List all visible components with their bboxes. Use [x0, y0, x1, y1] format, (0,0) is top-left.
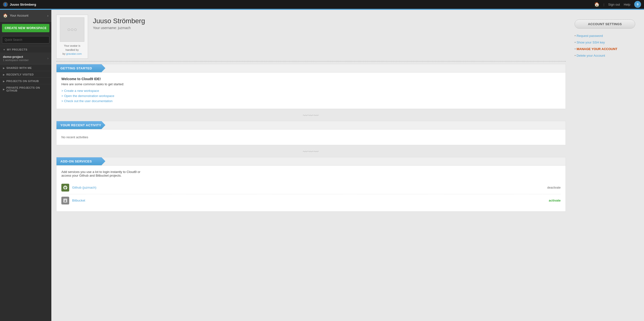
profile-header: ○○○ Your avatar is handled by by gravata…	[56, 15, 566, 59]
sidebar: 🏠 Your Account › CREATE NEW WORKSPACE ▼ …	[0, 10, 51, 321]
addon-header-wrap: ADD-ON SERVICES	[56, 157, 566, 166]
content-area: ○○○ Your avatar is handled by by gravata…	[51, 10, 644, 321]
sidebar-section-recent[interactable]: ▶ RECENTLY VISITED	[0, 71, 51, 77]
search-wrap	[0, 35, 51, 46]
profile-username: Your username: juzmach	[93, 26, 145, 30]
create-btn-wrap: CREATE NEW WORKSPACE	[0, 21, 51, 35]
github-service-name[interactable]: Github (juzmach)	[72, 186, 544, 189]
sidebar-section-github[interactable]: ▶ PROJECTS ON GITHUB	[0, 77, 51, 84]
user-icon: 👤	[3, 2, 8, 7]
layout: 🏠 Your Account › CREATE NEW WORKSPACE ▼ …	[0, 10, 644, 321]
addon-header: ADD-ON SERVICES	[56, 157, 106, 165]
bitbucket-icon	[61, 197, 69, 205]
help-link[interactable]: Help	[624, 3, 630, 6]
manage-account-link[interactable]: MANAGE YOUR ACCOUNT	[576, 47, 617, 51]
profile-info: Juuso Strömberg Your username: juzmach	[93, 15, 145, 30]
gravatar-text: by	[62, 52, 66, 55]
bitbucket-activate[interactable]: activate	[549, 199, 561, 202]
search-input[interactable]	[2, 36, 50, 43]
wavy-sep-2: 〰〰〰	[56, 149, 566, 155]
github-arrow: ▶	[3, 80, 5, 83]
private-github-label: PRIVATE PROJECTS ON GITHUB	[6, 86, 48, 92]
getting-started-card: GETTING STARTED Welcome to Cloud9 IDE! H…	[56, 64, 566, 109]
topbar-username: Juuso Strömberg	[10, 3, 36, 6]
wavy-sep-1: 〰〰〰	[56, 113, 566, 118]
your-account-label: 🏠 Your Account	[3, 13, 28, 18]
shared-arrow: ▶	[3, 67, 5, 69]
cloud-badge[interactable]: 9	[634, 1, 641, 8]
profile-name: Juuso Strömberg	[93, 17, 145, 25]
no-activity-text: No recent activities	[61, 134, 561, 140]
avatar-placeholder: ○○○	[60, 17, 84, 42]
sidebar-section-shared[interactable]: ▶ SHARED WITH ME	[0, 64, 51, 71]
gs-link-demo-workspace[interactable]: Open the demonstration workspace	[61, 94, 561, 98]
ssh-key-link[interactable]: Show your SSH key	[576, 40, 605, 44]
sidebar-your-account[interactable]: 🏠 Your Account ›	[0, 10, 51, 21]
topbar: 👤 Juuso Strömberg 🏠 | Sign out Help 9	[0, 0, 644, 9]
project-name: demo-project	[3, 55, 28, 59]
sidebar-section-my-projects[interactable]: ▼ MY PROJECTS	[0, 46, 51, 52]
github-deactivate[interactable]: deactivate	[547, 186, 561, 189]
getting-started-welcome: Welcome to Cloud9 IDE!	[61, 77, 561, 81]
create-workspace-button[interactable]: CREATE NEW WORKSPACE	[2, 24, 50, 32]
avatar-text: Your avatar is handled by by gravatar.co…	[59, 44, 85, 56]
sidebar-project-demo[interactable]: demo-project 1 workspace member ›	[0, 52, 51, 64]
settings-item-delete[interactable]: Delete your Account	[574, 52, 635, 59]
project-arrow: ›	[48, 57, 48, 60]
user-info: 👤 Juuso Strömberg	[3, 2, 594, 7]
recent-activity-header: YOUR RECENT ACTIVITY	[56, 121, 106, 129]
gs-link-docs[interactable]: Check out the user documentation	[61, 99, 561, 103]
request-password-link[interactable]: Request password	[576, 34, 603, 38]
project-members: 1 workspace member	[3, 59, 28, 61]
avatar-box: ○○○ Your avatar is handled by by gravata…	[56, 15, 88, 59]
main-column: ○○○ Your avatar is handled by by gravata…	[56, 15, 566, 316]
recent-label: RECENTLY VISITED	[6, 73, 34, 76]
your-account-arrow: ›	[47, 14, 48, 17]
my-projects-arrow: ▼	[3, 48, 6, 51]
sidebar-section-private-github[interactable]: ▶ PRIVATE PROJECTS ON GITHUB	[0, 84, 51, 94]
private-github-arrow: ▶	[3, 88, 5, 91]
addon-body: Add services you use a lot to login inst…	[56, 166, 566, 211]
settings-item-ssh[interactable]: Show your SSH key	[574, 39, 635, 46]
settings-item-manage[interactable]: MANAGE YOUR ACCOUNT	[574, 46, 635, 52]
sign-out-link[interactable]: Sign out	[608, 3, 620, 6]
home-icon[interactable]: 🏠	[594, 2, 600, 7]
getting-started-header: GETTING STARTED	[56, 64, 106, 72]
settings-item-password[interactable]: Request password	[574, 32, 635, 39]
getting-started-sub: Here are some common tasks to get starte…	[61, 82, 561, 86]
recent-activity-body: No recent activities	[56, 129, 566, 145]
project-info: demo-project 1 workspace member	[3, 55, 28, 61]
shared-label: SHARED WITH ME	[6, 66, 32, 69]
sidebar-home-icon: 🏠	[3, 13, 8, 18]
recent-activity-header-wrap: YOUR RECENT ACTIVITY	[56, 121, 566, 129]
gravatar-link[interactable]: gravatar.com	[66, 52, 82, 55]
accent-bar	[0, 9, 644, 10]
addon-bitbucket: Bitbucket activate	[61, 194, 561, 207]
profile-divider	[56, 61, 566, 61]
bitbucket-service-name[interactable]: Bitbucket	[72, 199, 546, 202]
top-actions: 🏠 | Sign out Help 9	[594, 1, 641, 8]
getting-started-body: Welcome to Cloud9 IDE! Here are some com…	[56, 72, 566, 109]
delete-account-link[interactable]: Delete your Account	[576, 54, 605, 57]
topbar-separator: |	[604, 3, 604, 6]
github-icon	[61, 184, 69, 192]
addon-description: Add services you use a lot to login inst…	[61, 170, 561, 177]
my-projects-label: MY PROJECTS	[7, 48, 28, 51]
recent-arrow: ▶	[3, 73, 5, 76]
right-panel: ACCOUNT SETTINGS Request password Show y…	[571, 15, 639, 316]
recent-activity-card: YOUR RECENT ACTIVITY No recent activitie…	[56, 121, 566, 145]
github-label: PROJECTS ON GITHUB	[6, 80, 39, 83]
gs-link-new-workspace[interactable]: Create a new workspace	[61, 89, 561, 93]
addon-services-card: ADD-ON SERVICES Add services you use a l…	[56, 157, 566, 212]
settings-list: Request password Show your SSH key MANAG…	[574, 32, 635, 59]
addon-github: Github (juzmach) deactivate	[61, 181, 561, 194]
getting-started-header-wrap: GETTING STARTED	[56, 64, 566, 72]
account-settings-button[interactable]: ACCOUNT SETTINGS	[574, 19, 635, 28]
